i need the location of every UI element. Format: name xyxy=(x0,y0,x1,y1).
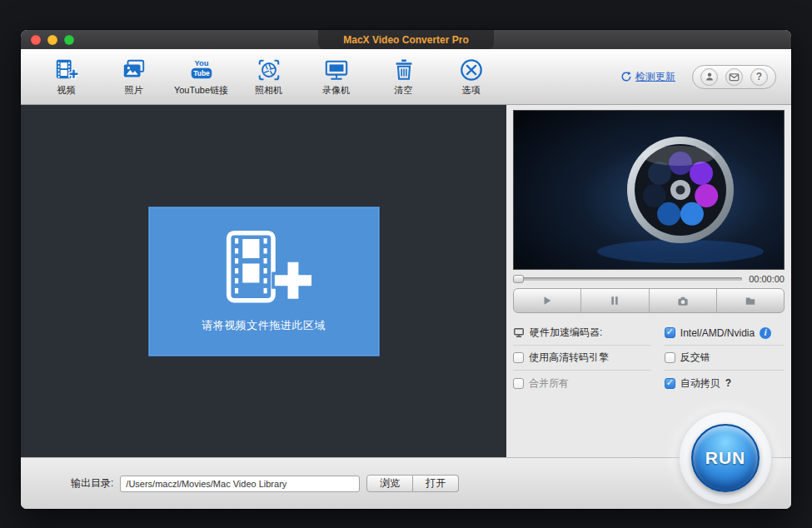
seek-bar[interactable] xyxy=(513,277,742,281)
settings-left-column: 硬件加速编码器: 使用高清转码引擎 合并所有 xyxy=(513,321,651,396)
playback-time: 00:00:00 xyxy=(749,274,785,284)
options-icon xyxy=(459,57,484,82)
toolbar: 视频 照片 You Tube YouTube链接 xyxy=(21,49,791,105)
toolbar-recorder-button[interactable]: 录像机 xyxy=(302,57,370,97)
toolbar-youtube-label: YouTube链接 xyxy=(174,84,228,97)
film-reel-artwork xyxy=(514,111,784,269)
refresh-icon xyxy=(620,71,632,82)
toolbar-options-label: 选项 xyxy=(462,84,481,97)
toolbar-camera-button[interactable]: 照相机 xyxy=(235,57,302,97)
zoom-button[interactable] xyxy=(64,35,74,45)
toolbar-video-label: 视频 xyxy=(57,84,76,97)
run-button-glow: RUN xyxy=(680,412,771,504)
toolbar-clear-label: 清空 xyxy=(395,84,413,97)
snapshot-button[interactable] xyxy=(650,289,717,312)
user-icon xyxy=(705,72,715,82)
auto-copy-checkbox[interactable]: ✓ xyxy=(665,378,675,389)
hw-accel-row: 硬件加速编码器: xyxy=(513,321,651,346)
info-icon[interactable]: i xyxy=(760,327,771,339)
account-button[interactable] xyxy=(700,68,718,86)
hd-engine-label: 使用高清转码引擎 xyxy=(529,351,609,365)
deinterlace-label: 反交错 xyxy=(680,351,710,365)
drop-zone-hint: 请将视频文件拖进此区域 xyxy=(202,318,326,333)
camera-icon xyxy=(676,295,690,307)
toolbar-recorder-label: 录像机 xyxy=(322,84,350,97)
mail-icon xyxy=(729,72,740,82)
open-folder-button[interactable] xyxy=(717,289,784,312)
toolbar-clear-button[interactable]: 清空 xyxy=(370,57,437,97)
toolbar-camera-label: 照相机 xyxy=(255,84,282,97)
trash-icon xyxy=(391,57,416,82)
pause-icon xyxy=(609,295,620,306)
hw-option-label: Intel/AMD/Nvidia xyxy=(680,327,755,339)
run-button[interactable]: RUN xyxy=(691,424,760,492)
browse-button[interactable]: 浏览 xyxy=(366,475,413,492)
bottom-bar: 输出目录: 浏览 打开 xyxy=(21,457,791,509)
toolbar-youtube-button[interactable]: You Tube YouTube链接 xyxy=(167,57,235,97)
settings-right-column: ✓ Intel/AMD/Nvidia i 反交错 ✓ 自动拷贝 ? xyxy=(665,321,785,396)
seek-row: 00:00:00 xyxy=(513,274,785,284)
hd-engine-row: 使用高清转码引擎 xyxy=(513,346,651,371)
app-window: MacX Video Converter Pro 视频 xyxy=(21,30,791,509)
merge-row: 合并所有 xyxy=(513,371,651,396)
window-title-tab: MacX Video Converter Pro xyxy=(318,30,494,49)
folder-icon xyxy=(744,295,757,306)
merge-label: 合并所有 xyxy=(529,376,569,391)
check-icon: ✓ xyxy=(666,326,674,337)
utility-button-group: ? xyxy=(692,65,776,89)
output-dir-label: 输出目录: xyxy=(71,476,113,491)
toolbar-photo-button[interactable]: 照片 xyxy=(100,57,167,97)
hw-accel-label: 硬件加速编码器: xyxy=(530,326,602,340)
film-plus-icon xyxy=(213,230,315,306)
toolbar-video-button[interactable]: 视频 xyxy=(32,57,100,97)
auto-copy-label: 自动拷贝 xyxy=(680,376,720,391)
window-title: MacX Video Converter Pro xyxy=(343,34,469,46)
contact-button[interactable] xyxy=(725,68,743,86)
minimize-button[interactable] xyxy=(47,35,57,45)
titlebar: MacX Video Converter Pro xyxy=(21,30,791,49)
playback-controls xyxy=(513,288,785,313)
merge-checkbox[interactable] xyxy=(513,378,524,389)
open-button[interactable]: 打开 xyxy=(413,475,459,492)
check-update-label: 检测更新 xyxy=(635,70,675,84)
file-list-panel: 请将视频文件拖进此区域 xyxy=(21,105,506,457)
video-preview xyxy=(513,110,785,270)
help-icon: ? xyxy=(756,71,762,82)
close-button[interactable] xyxy=(31,35,41,45)
output-buttons: 浏览 打开 xyxy=(366,475,459,492)
check-icon: ✓ xyxy=(666,377,674,388)
video-drop-zone[interactable]: 请将视频文件拖进此区域 xyxy=(148,207,380,356)
svg-text:You: You xyxy=(194,58,208,67)
help-button[interactable]: ? xyxy=(750,68,768,86)
auto-copy-help-icon[interactable]: ? xyxy=(725,377,731,389)
aperture-icon xyxy=(257,57,281,82)
auto-copy-row: ✓ 自动拷贝 ? xyxy=(665,371,785,396)
hw-option-checkbox[interactable]: ✓ xyxy=(665,327,675,338)
photo-icon xyxy=(122,57,147,82)
hd-engine-checkbox[interactable] xyxy=(513,352,524,363)
desktop-background: MacX Video Converter Pro 视频 xyxy=(0,0,812,528)
check-update-link[interactable]: 检测更新 xyxy=(620,70,675,84)
deinterlace-row: 反交错 xyxy=(665,346,785,371)
toolbar-photo-label: 照片 xyxy=(125,84,143,97)
hardware-icon xyxy=(513,327,525,338)
svg-text:Tube: Tube xyxy=(193,69,210,77)
youtube-icon: You Tube xyxy=(188,57,215,82)
film-plus-icon xyxy=(54,57,79,82)
screen-recorder-icon xyxy=(324,57,349,82)
preview-panel: 00:00:00 xyxy=(506,105,791,457)
toolbar-options-button[interactable]: 选项 xyxy=(437,57,505,97)
traffic-lights xyxy=(31,30,74,49)
pause-button[interactable] xyxy=(581,289,649,312)
deinterlace-checkbox[interactable] xyxy=(665,352,675,363)
output-dir-input[interactable] xyxy=(120,476,360,492)
play-icon xyxy=(541,295,553,306)
seek-handle[interactable] xyxy=(513,275,524,283)
hw-option-row: ✓ Intel/AMD/Nvidia i xyxy=(665,321,785,346)
settings-area: 硬件加速编码器: 使用高清转码引擎 合并所有 ✓ xyxy=(513,321,785,396)
play-button[interactable] xyxy=(514,289,581,312)
main-content: 请将视频文件拖进此区域 xyxy=(21,105,791,457)
